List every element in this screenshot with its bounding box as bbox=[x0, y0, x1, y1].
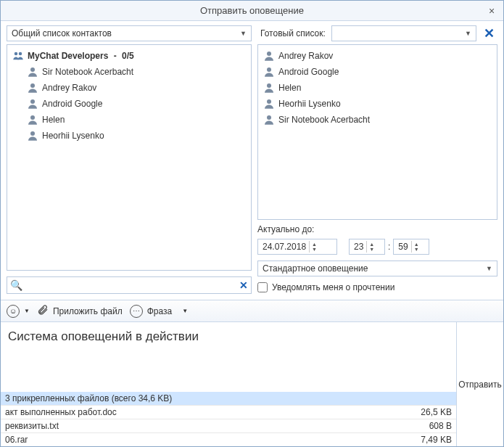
recipients-list[interactable]: Andrey RakovAndroid GoogleHelenHeorhii L… bbox=[257, 44, 497, 220]
svg-point-0 bbox=[15, 52, 18, 56]
phrase-label: Фраза bbox=[147, 306, 173, 316]
contacts-list-combo[interactable]: Общий список контактов ▼ bbox=[7, 25, 252, 41]
ready-list-combo[interactable]: ▼ bbox=[331, 25, 476, 41]
notify-read-checkbox[interactable] bbox=[257, 282, 268, 292]
file-name: реквизиты.txt bbox=[5, 421, 59, 431]
svg-point-6 bbox=[30, 131, 35, 136]
hour-spinner-icon[interactable]: ▲▼ bbox=[366, 241, 376, 253]
svg-point-5 bbox=[30, 115, 35, 120]
svg-point-2 bbox=[30, 67, 35, 72]
file-row[interactable]: акт выполненных работ.doc26,5 KB bbox=[1, 405, 456, 419]
file-size: 608 B bbox=[429, 421, 452, 431]
recipient-row[interactable]: Sir Notebook Acerbacht bbox=[258, 112, 497, 128]
svg-point-11 bbox=[267, 115, 271, 120]
recipients-panel: Andrey RakovAndroid GoogleHelenHeorhii L… bbox=[257, 44, 497, 297]
valid-until-label: Актуально до: bbox=[257, 224, 497, 234]
file-name: акт выполненных работ.doc bbox=[5, 407, 117, 417]
person-icon bbox=[26, 97, 39, 110]
svg-point-7 bbox=[267, 52, 271, 56]
contact-row[interactable]: Andrey Rakov bbox=[7, 80, 251, 96]
recipient-name: Android Google bbox=[278, 67, 339, 77]
notification-type-label: Стандартное оповещение bbox=[263, 263, 368, 274]
svg-point-1 bbox=[19, 52, 22, 56]
titlebar: Отправить оповещение × bbox=[1, 1, 503, 21]
person-icon bbox=[263, 49, 276, 62]
valid-date-input[interactable]: 24.07.2018 ▲▼ bbox=[257, 239, 337, 255]
person-icon bbox=[26, 81, 39, 94]
hour-input[interactable]: 23 ▲▼ bbox=[349, 239, 385, 255]
svg-point-9 bbox=[267, 83, 271, 88]
contact-name: Heorhii Lysenko bbox=[42, 131, 104, 141]
person-icon bbox=[263, 65, 276, 78]
close-button[interactable]: × bbox=[484, 4, 499, 18]
toolbar: Общий список контактов ▼ Готовый список:… bbox=[1, 21, 503, 44]
notify-read-label: Уведомлять меня о прочтении bbox=[272, 282, 394, 292]
group-name: MyChat Developers bbox=[28, 51, 108, 61]
person-icon bbox=[26, 65, 39, 78]
file-name: 06.rar bbox=[5, 435, 28, 445]
chevron-down-icon: ▼ bbox=[465, 30, 471, 37]
recipient-name: Sir Notebook Acerbacht bbox=[278, 115, 370, 125]
paperclip-icon bbox=[37, 304, 49, 318]
files-summary: 3 прикрепленных файлов (всего 34,6 KB) bbox=[1, 392, 456, 405]
attach-label: Приложить файл bbox=[53, 306, 123, 316]
chevron-down-icon: ▼ bbox=[182, 308, 188, 314]
window-title: Отправить оповещение bbox=[200, 5, 304, 16]
speech-icon: ⋯ bbox=[130, 305, 143, 318]
contact-row[interactable]: Helen bbox=[7, 112, 251, 128]
chevron-down-icon: ▼ bbox=[24, 308, 30, 314]
search-icon: 🔍 bbox=[10, 279, 25, 291]
search-box[interactable]: 🔍 ✕ bbox=[7, 276, 252, 294]
svg-point-3 bbox=[30, 83, 35, 88]
editor-toolbar: ☺ ▼ Приложить файл ⋯ Фраза ▼ bbox=[1, 300, 503, 321]
group-count: 0/5 bbox=[122, 51, 134, 61]
attach-button[interactable]: Приложить файл bbox=[37, 304, 123, 318]
notify-read-row: Уведомлять меня о прочтении bbox=[257, 282, 497, 292]
send-button[interactable]: Отправить bbox=[458, 380, 502, 390]
recipient-name: Helen bbox=[278, 83, 301, 93]
recipient-row[interactable]: Helen bbox=[258, 80, 497, 96]
emoji-button[interactable]: ☺ ▼ bbox=[7, 305, 30, 318]
contact-row[interactable]: Android Google bbox=[7, 96, 251, 112]
svg-point-10 bbox=[267, 99, 271, 104]
notification-type-combo[interactable]: Стандартное оповещение ▼ bbox=[257, 261, 497, 276]
contact-name: Sir Notebook Acerbacht bbox=[42, 67, 133, 77]
person-icon bbox=[263, 81, 276, 94]
chevron-down-icon: ▼ bbox=[486, 265, 492, 272]
panels: MyChat Developers - 0/5 Sir Notebook Ace… bbox=[1, 44, 503, 297]
recipient-name: Heorhii Lysenko bbox=[278, 99, 341, 109]
svg-point-8 bbox=[267, 67, 271, 72]
contact-name: Andrey Rakov bbox=[42, 83, 96, 93]
file-row[interactable]: реквизиты.txt608 B bbox=[1, 419, 456, 432]
person-icon bbox=[263, 113, 276, 126]
person-icon bbox=[26, 129, 39, 142]
contact-name: Helen bbox=[42, 115, 65, 125]
search-input[interactable] bbox=[25, 280, 239, 290]
contact-name: Android Google bbox=[42, 99, 102, 109]
file-row[interactable]: 06.rar7,49 KB bbox=[1, 432, 456, 446]
contact-row[interactable]: Heorhii Lysenko bbox=[7, 128, 251, 144]
recipient-row[interactable]: Android Google bbox=[258, 64, 497, 80]
content-area: Система оповещений в действии 3 прикрепл… bbox=[1, 321, 503, 446]
contacts-tree[interactable]: MyChat Developers - 0/5 Sir Notebook Ace… bbox=[7, 44, 252, 271]
group-icon bbox=[12, 49, 25, 62]
contacts-panel: MyChat Developers - 0/5 Sir Notebook Ace… bbox=[7, 44, 252, 297]
clear-search-button[interactable]: ✕ bbox=[239, 279, 248, 291]
person-icon bbox=[26, 113, 39, 126]
svg-point-4 bbox=[30, 99, 35, 104]
file-size: 26,5 KB bbox=[421, 407, 452, 417]
time-colon: : bbox=[388, 242, 390, 252]
smile-icon: ☺ bbox=[7, 305, 20, 318]
message-body[interactable]: Система оповещений в действии bbox=[1, 322, 456, 392]
minute-input[interactable]: 59 ▲▼ bbox=[393, 239, 429, 255]
recipient-row[interactable]: Heorhii Lysenko bbox=[258, 96, 497, 112]
message-text: Система оповещений в действии bbox=[8, 329, 199, 343]
phrase-button[interactable]: ⋯ Фраза ▼ bbox=[130, 305, 188, 318]
date-spinner-icon[interactable]: ▲▼ bbox=[309, 241, 319, 253]
minute-spinner-icon[interactable]: ▲▼ bbox=[411, 241, 421, 253]
group-row[interactable]: MyChat Developers - 0/5 bbox=[7, 48, 251, 64]
clear-ready-list-button[interactable]: ✕ bbox=[481, 25, 497, 41]
contact-row[interactable]: Sir Notebook Acerbacht bbox=[7, 64, 251, 80]
contacts-list-label: Общий список контактов bbox=[12, 28, 112, 38]
recipient-row[interactable]: Andrey Rakov bbox=[258, 48, 497, 64]
